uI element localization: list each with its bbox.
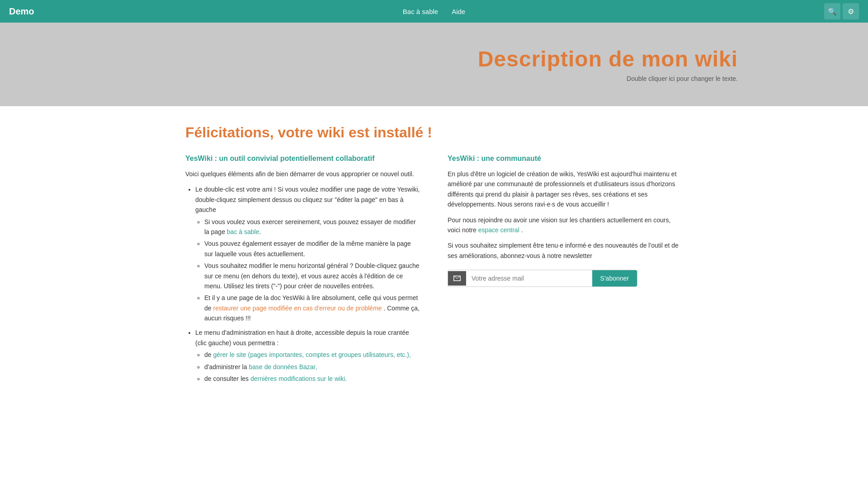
list-item: Vous pouvez également essayer de modifie… — [204, 239, 420, 259]
right-para3: Si vous souhaitez simplement être tenu·e… — [448, 240, 683, 261]
list-item: Le double-clic est votre ami ! Si vous v… — [195, 184, 420, 323]
espace-central-link[interactable]: espace central — [478, 226, 519, 234]
navbar: Demo Bac à sable Aide 🔍 ⚙ — [0, 0, 868, 23]
main-title: Félicitations, votre wiki est installé ! — [185, 124, 683, 141]
right-para2: Pour nous rejoindre ou avoir une vision … — [448, 215, 683, 235]
left-intro: Voici quelques éléments afin de bien dém… — [185, 169, 420, 179]
search-button[interactable]: 🔍 — [824, 3, 840, 19]
list-item: de consulter les dernières modifications… — [204, 374, 420, 384]
list-item: Si vous voulez vous exercer sereinement,… — [204, 217, 420, 237]
two-column-layout: YesWiki : un outil convivial potentielle… — [185, 155, 683, 388]
bazar-link[interactable]: base de données Bazar, — [249, 363, 317, 371]
site-logo[interactable]: Demo — [9, 6, 34, 17]
hero-title[interactable]: Description de mon wiki — [478, 47, 738, 71]
list-item: Vous souhaitez modifier le menu horizont… — [204, 261, 420, 291]
email-input[interactable] — [466, 270, 592, 286]
restore-page-link[interactable]: restaurer une page modifiée en cas d'err… — [213, 305, 382, 312]
newsletter-form: S'abonner — [448, 270, 637, 287]
nav-link-bac[interactable]: Bac à sable — [403, 8, 438, 15]
main-content: Félicitations, votre wiki est installé !… — [172, 106, 696, 415]
right-para1: En plus d'être un logiciel de création d… — [448, 169, 683, 210]
nav-link-aide[interactable]: Aide — [452, 8, 465, 15]
list-item: Et il y a une page de la doc YesWiki à l… — [204, 293, 420, 323]
left-column: YesWiki : un outil convivial potentielle… — [185, 155, 420, 388]
nav-links: Bac à sable Aide — [403, 8, 465, 15]
bullet-text: Le menu d'administration en haut à droit… — [195, 329, 409, 346]
hero-subtitle: Double cliquer ici pour changer le texte… — [627, 75, 738, 82]
sub-bullet-list: Si vous voulez vous exercer sereinement,… — [195, 217, 420, 324]
right-column: YesWiki : une communauté En plus d'être … — [448, 155, 683, 388]
right-heading: YesWiki : une communauté — [448, 155, 683, 163]
list-item: Le menu d'administration en haut à droit… — [195, 328, 420, 384]
sub-bullet-list-2: de gérer le site (pages importantes, com… — [195, 350, 420, 384]
list-item: d'administrer la base de données Bazar, — [204, 362, 420, 372]
bac-a-sable-link[interactable]: bac à sable — [227, 228, 259, 235]
manage-site-link[interactable]: gérer le site (pages importantes, compte… — [213, 351, 410, 358]
hero-section: Description de mon wiki Double cliquer i… — [0, 23, 868, 106]
settings-button[interactable]: ⚙ — [843, 3, 859, 19]
bullet-text: Le double-clic est votre ami ! Si vous v… — [195, 186, 420, 213]
recent-changes-link[interactable]: dernières modifications sur le wiki. — [250, 375, 347, 382]
subscribe-button[interactable]: S'abonner — [592, 270, 637, 286]
email-icon — [448, 271, 466, 286]
list-item: de gérer le site (pages importantes, com… — [204, 350, 420, 360]
nav-actions: 🔍 ⚙ — [824, 3, 859, 19]
left-heading: YesWiki : un outil convivial potentielle… — [185, 155, 420, 163]
left-bullet-list: Le double-clic est votre ami ! Si vous v… — [185, 184, 420, 384]
gear-icon: ⚙ — [848, 7, 854, 16]
search-icon: 🔍 — [828, 7, 837, 16]
para2-after: . — [519, 226, 523, 234]
